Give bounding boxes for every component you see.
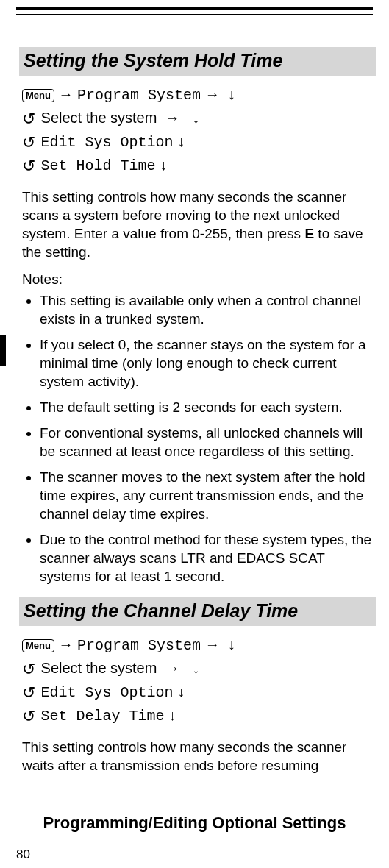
footer-title: Programming/Editing Optional Settings [0, 814, 389, 833]
arrow-down-icon: ↓ [177, 133, 185, 149]
nav-program-system: Program System [77, 87, 201, 104]
rotate-icon: ↺ [22, 108, 35, 130]
notes-label: Notes: [22, 270, 373, 288]
rule-thin [16, 14, 373, 15]
list-item: Due to the control method for these syst… [40, 530, 373, 586]
arrow-right-icon: → [165, 110, 180, 126]
arrow-down-icon: ↓ [192, 110, 199, 126]
arrow-right-icon: → [165, 660, 180, 676]
list-item: For conventional systems, all unlocked c… [40, 424, 373, 460]
list-item: If you select 0, the scanner stays on th… [40, 335, 373, 391]
nav-edit-sys-option: Edit Sys Option [41, 684, 174, 701]
rotate-icon: ↺ [22, 682, 35, 704]
rotate-icon: ↺ [22, 155, 35, 177]
arrow-down-icon: ↓ [228, 86, 235, 102]
arrow-down-icon: ↓ [177, 683, 185, 700]
section-heading-hold-time: Setting the System Hold Time [19, 47, 376, 76]
paragraph-delay-time: This setting controls how many seconds t… [22, 738, 373, 775]
document-page: Setting the System Hold Time Menu → Prog… [0, 0, 389, 868]
arrow-right-icon: → [59, 636, 74, 652]
nav-select-system: Select the system [41, 110, 157, 126]
rotate-icon: ↺ [22, 705, 35, 728]
nav-edit-sys-option: Edit Sys Option [41, 134, 174, 151]
paragraph-pre: This setting controls how many seconds t… [22, 189, 346, 241]
rule-thick [16, 7, 373, 10]
menu-key-icon: Menu [22, 89, 54, 102]
nav-block-2: Menu → Program System → ↓ ↺ Select the s… [22, 633, 373, 728]
key-E: E [304, 226, 314, 241]
arrow-right-icon: → [59, 86, 74, 102]
content: Setting the System Hold Time Menu → Prog… [22, 44, 373, 783]
arrow-down-icon: ↓ [192, 660, 199, 676]
side-tab [0, 335, 6, 366]
rotate-icon: ↺ [22, 132, 35, 154]
arrow-right-icon: → [205, 86, 220, 102]
nav-set-delay-time: Set Delay Time [41, 708, 165, 725]
footer-rule [16, 844, 373, 844]
arrow-down-icon: ↓ [228, 636, 235, 652]
section-heading-delay-time: Setting the Channel Delay Time [19, 597, 376, 626]
nav-program-system: Program System [77, 637, 201, 654]
nav-block-1: Menu → Program System → ↓ ↺ Select the s… [22, 83, 373, 177]
menu-key-icon: Menu [22, 639, 54, 652]
arrow-down-icon: ↓ [160, 157, 167, 173]
page-number: 80 [16, 847, 30, 862]
top-rules [16, 7, 373, 15]
nav-select-system: Select the system [41, 660, 157, 676]
nav-set-hold-time: Set Hold Time [41, 157, 156, 174]
notes-list: This setting is available only when a co… [22, 291, 373, 586]
arrow-right-icon: → [205, 636, 220, 652]
list-item: The default setting is 2 seconds for eac… [40, 398, 373, 416]
rotate-icon: ↺ [22, 658, 35, 680]
list-item: The scanner moves to the next system aft… [40, 468, 373, 523]
arrow-down-icon: ↓ [168, 707, 176, 723]
list-item: This setting is available only when a co… [40, 291, 373, 328]
paragraph-hold-time: This setting controls how many seconds t… [22, 188, 373, 261]
